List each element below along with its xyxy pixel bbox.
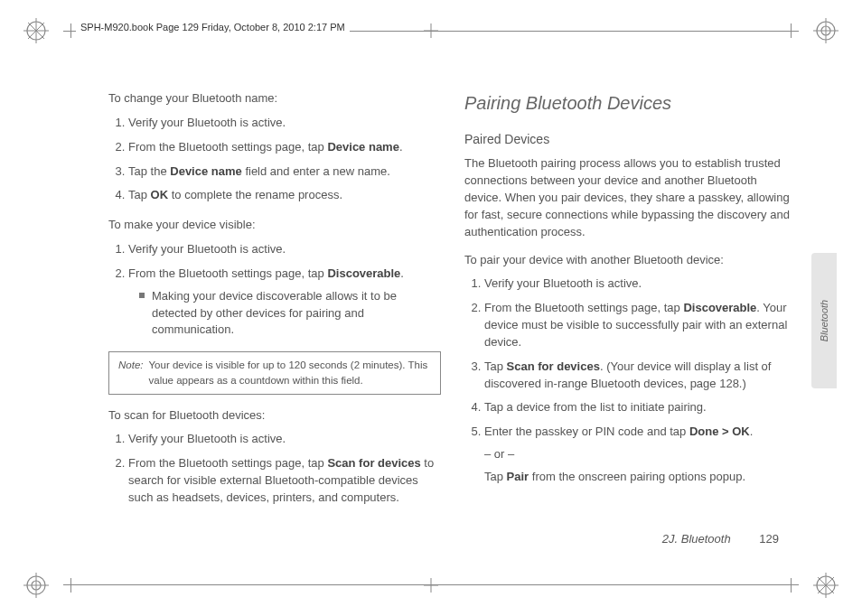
side-tab: Bluetooth [811, 253, 837, 388]
left-column: To change your Bluetooth name: Verify yo… [108, 90, 441, 526]
side-tab-label: Bluetooth [819, 300, 829, 341]
text: to complete the rename process. [168, 188, 342, 201]
list-item: From the Bluetooth settings page, tap De… [128, 139, 441, 156]
crop-cross-icon [424, 23, 438, 38]
bold-term: Scan for devices [507, 359, 600, 373]
heading-pair: To pair your device with another Bluetoo… [464, 252, 797, 269]
heading-scan: To scan for Bluetooth devices: [108, 407, 441, 425]
list-item: Verify your Bluetooth is active. [128, 241, 441, 258]
bold-term: Scan for devices [327, 456, 420, 470]
crop-mark-icon [23, 18, 49, 43]
bold-term: Discoverable [683, 301, 756, 314]
note-body: Your device is visible for up to 120 sec… [149, 358, 432, 387]
text: from the onscreen pairing options popup. [529, 470, 745, 483]
list-item: From the Bluetooth settings page, tap Di… [484, 300, 797, 351]
list-item: From the Bluetooth settings page, tap Sc… [128, 455, 441, 507]
steps-pair: Verify your Bluetooth is active. From th… [464, 275, 797, 485]
sub-title: Paired Devices [464, 130, 797, 148]
list-item: Enter the passkey or PIN code and tap Do… [484, 424, 797, 486]
text: . [399, 140, 403, 154]
square-bullet-icon [139, 293, 145, 298]
page: SPH-M920.book Page 129 Friday, October 8… [0, 0, 862, 616]
intro-paragraph: The Bluetooth pairing process allows you… [464, 155, 797, 240]
content: To change your Bluetooth name: Verify yo… [108, 90, 797, 526]
footer: 2J. Bluetooth 129 [662, 532, 779, 546]
bold-term: Pair [507, 470, 529, 483]
text: From the Bluetooth settings page, tap [128, 140, 327, 154]
bold-term: Done > OK [689, 425, 750, 438]
list-item: Verify your Bluetooth is active. [128, 431, 441, 448]
crop-mark-icon [23, 573, 49, 598]
text: Tap the [128, 164, 170, 178]
text: Tap [128, 188, 151, 201]
heading-make-visible: To make your device visible: [108, 217, 441, 234]
text: Tap [484, 470, 507, 483]
right-column: Pairing Bluetooth Devices Paired Devices… [464, 90, 797, 526]
heading-change-name: To change your Bluetooth name: [108, 90, 441, 107]
sub-bullet: Making your device discoverable allows i… [139, 288, 441, 340]
header-meta: SPH-M920.book Page 129 Friday, October 8… [76, 21, 350, 33]
bold-term: Discoverable [327, 266, 400, 280]
text: Tap [484, 359, 507, 373]
list-item: Tap OK to complete the rename process. [128, 187, 441, 204]
text: Making your device discoverable allows i… [152, 288, 441, 340]
bold-term: Device name [170, 164, 242, 178]
steps-change-name: Verify your Bluetooth is active. From th… [108, 115, 441, 204]
page-number: 129 [759, 532, 779, 546]
text: From the Bluetooth settings page, tap [128, 456, 327, 470]
crop-mark-icon [813, 573, 839, 598]
or-divider: – or – [484, 446, 797, 463]
list-item: Tap the Device name field and enter a ne… [128, 163, 441, 181]
section-title: Pairing Bluetooth Devices [464, 90, 797, 117]
crop-tick [70, 23, 71, 38]
bold-term: Device name [327, 140, 399, 154]
note-label: Note: [118, 358, 144, 387]
text: . [400, 266, 404, 280]
list-item: Verify your Bluetooth is active. [128, 115, 441, 132]
list-item: Tap Scan for devices. (Your device will … [484, 359, 797, 393]
crop-tick [70, 578, 71, 593]
list-item: From the Bluetooth settings page, tap Di… [128, 266, 441, 339]
list-item: Tap a device from the list to initiate p… [484, 399, 797, 416]
crop-cross-icon [424, 578, 438, 593]
text: . [750, 425, 754, 438]
text: From the Bluetooth settings page, tap [128, 266, 327, 280]
note-box: Note: Your device is visible for up to 1… [108, 351, 441, 394]
crop-tick [791, 578, 792, 593]
text: field and enter a new name. [242, 164, 390, 178]
crop-tick [791, 23, 792, 38]
steps-scan: Verify your Bluetooth is active. From th… [108, 431, 441, 506]
alt-line: Tap Pair from the onscreen pairing optio… [484, 469, 797, 486]
text: Enter the passkey or PIN code and tap [484, 425, 689, 438]
bold-term: OK [151, 188, 169, 201]
text: From the Bluetooth settings page, tap [484, 301, 683, 314]
crop-mark-icon [813, 18, 839, 43]
steps-make-visible: Verify your Bluetooth is active. From th… [108, 241, 441, 339]
list-item: Verify your Bluetooth is active. [484, 275, 797, 293]
footer-section: 2J. Bluetooth [662, 532, 731, 546]
